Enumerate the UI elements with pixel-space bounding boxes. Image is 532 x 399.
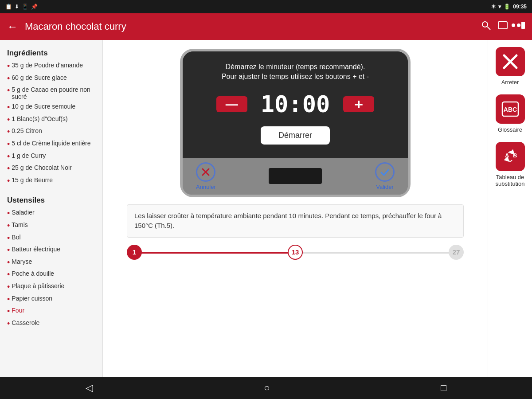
- main-layout: Ingrédients •35 g de Poudre d'amande •60…: [0, 40, 532, 377]
- substitution-button[interactable]: A B Tableau de substitution: [492, 142, 528, 187]
- back-button[interactable]: ←: [7, 20, 18, 33]
- svg-line-1: [487, 27, 490, 30]
- svg-text:B: B: [513, 152, 517, 159]
- glossary-icon-box: ABC: [496, 94, 525, 124]
- ustensile-1: •Saladier: [0, 207, 102, 220]
- substitution-icon-box: A B: [496, 142, 525, 171]
- ingredient-9: •25 g de Chocolat Noir: [0, 163, 102, 175]
- ustensile-4: •Batteur électrique: [0, 244, 102, 257]
- svg-rect-2: [498, 22, 507, 29]
- svg-text:ABC: ABC: [503, 106, 516, 113]
- bottom-nav: ◁ ○ □: [0, 377, 532, 399]
- recent-nav-button[interactable]: □: [441, 382, 446, 394]
- timer-instruction: Démarrez le minuteur (temps recommandé).…: [222, 62, 369, 82]
- stop-label: Arreter: [501, 79, 519, 86]
- cancel-icon: [201, 167, 211, 177]
- progress-fill: [139, 252, 289, 254]
- ustensile-8: •Papier cuisson: [0, 293, 102, 306]
- step-progress: 1 13 27: [127, 245, 464, 260]
- search-icon: [481, 20, 491, 31]
- ustensile-2: •Tamis: [0, 220, 102, 232]
- timer-center-bar: [269, 168, 322, 184]
- timer-widget: Démarrez le minuteur (temps recommandé).…: [180, 49, 411, 197]
- plus-icon: +: [354, 97, 363, 112]
- ingredients-title: Ingrédients: [0, 45, 102, 60]
- ustensile-3: •Bol: [0, 232, 102, 245]
- ingredient-6: •0.25 Citron: [0, 126, 102, 138]
- status-right: ✶ ▾ 🔋 09:35: [491, 4, 527, 10]
- page-title: Macaron chocolat curry: [25, 21, 473, 32]
- ingredient-1: •35 g de Poudre d'amande: [0, 60, 102, 73]
- ustensile-10: •Casserole: [0, 318, 102, 330]
- search-button[interactable]: [481, 20, 491, 33]
- home-nav-button[interactable]: ○: [264, 382, 270, 394]
- timer-display: 10:00: [261, 91, 330, 117]
- validate-circle: [375, 162, 395, 182]
- battery-icon: 🔋: [504, 4, 510, 10]
- step-current[interactable]: 13: [288, 245, 303, 260]
- glossary-button[interactable]: ABC Glossaire: [496, 94, 525, 133]
- timer-footer: Annuler Valider: [183, 158, 408, 195]
- clock: 09:35: [513, 4, 527, 10]
- ingredient-2: •60 g de Sucre glace: [0, 73, 102, 85]
- status-bar: 📋 ⬇ 📱 📌 ✶ ▾ 🔋 09:35: [0, 0, 532, 13]
- glossary-label: Glossaire: [498, 126, 522, 133]
- right-panel: Arreter ABC Glossaire A B: [488, 40, 532, 377]
- notification-icon: 📋: [5, 4, 12, 10]
- stop-icon: [501, 53, 519, 70]
- validate-label: Valider: [376, 184, 394, 190]
- timer-minus-button[interactable]: —: [216, 96, 247, 112]
- ingredient-10: •15 g de Beurre: [0, 175, 102, 188]
- stop-icon-box: [496, 47, 525, 76]
- ingredient-3: •5 g de Cacao en poudre non sucré: [0, 85, 102, 102]
- timer-screen: Démarrez le minuteur (temps recommandé).…: [183, 51, 408, 158]
- app-bar: ← Macaron chocolat curry: [0, 13, 532, 40]
- pin-icon: 📌: [31, 4, 38, 10]
- display-options-icon: [498, 20, 525, 31]
- sidebar: Ingrédients •35 g de Poudre d'amande •60…: [0, 40, 103, 377]
- back-nav-button[interactable]: ◁: [86, 382, 93, 394]
- timer-controls: — 10:00 +: [216, 91, 375, 117]
- cancel-button[interactable]: Annuler: [196, 162, 216, 190]
- ingredient-4: •10 g de Sucre semoule: [0, 102, 102, 114]
- status-icons: 📋 ⬇ 📱 📌: [5, 4, 38, 10]
- ingredient-5: •1 Blanc(s) d"Oeuf(s): [0, 114, 102, 126]
- step-first[interactable]: 1: [127, 245, 142, 260]
- ustensile-5: •Maryse: [0, 257, 102, 269]
- glossary-icon: ABC: [501, 100, 520, 118]
- substitution-icon: A B: [501, 148, 520, 165]
- timer-start-button[interactable]: Démarrer: [261, 126, 330, 145]
- display-options-button[interactable]: [498, 20, 525, 33]
- wifi-icon: ▾: [498, 4, 501, 10]
- svg-point-4: [517, 23, 520, 27]
- ingredient-8: •1 g de Curry: [0, 151, 102, 163]
- phone-icon: 📱: [22, 4, 28, 10]
- ustensile-7: •Plaque à pâtisserie: [0, 281, 102, 293]
- ustensile-6: •Poche à douille: [0, 269, 102, 281]
- ustensile-9: •Four: [0, 305, 102, 318]
- stop-button[interactable]: Arreter: [496, 47, 525, 86]
- cancel-circle: [196, 162, 215, 182]
- ingredient-7: •5 cl de Crème liquide entière: [0, 138, 102, 151]
- minus-icon: —: [226, 98, 238, 110]
- svg-point-3: [512, 23, 515, 27]
- bluetooth-icon: ✶: [491, 4, 496, 10]
- validate-button[interactable]: Valider: [375, 162, 395, 190]
- description-box: Les laisser croûter à température ambian…: [127, 204, 464, 238]
- svg-point-0: [482, 22, 488, 27]
- content-area: Démarrez le minuteur (temps recommandé).…: [103, 40, 488, 377]
- validate-icon: [380, 167, 390, 177]
- substitution-label: Tableau de substitution: [492, 174, 528, 187]
- step-last[interactable]: 27: [449, 245, 464, 260]
- cancel-label: Annuler: [196, 184, 216, 190]
- ustensiles-title: Ustensiles: [0, 192, 102, 207]
- svg-rect-5: [521, 22, 525, 29]
- download-icon: ⬇: [15, 4, 19, 10]
- timer-plus-button[interactable]: +: [343, 96, 374, 112]
